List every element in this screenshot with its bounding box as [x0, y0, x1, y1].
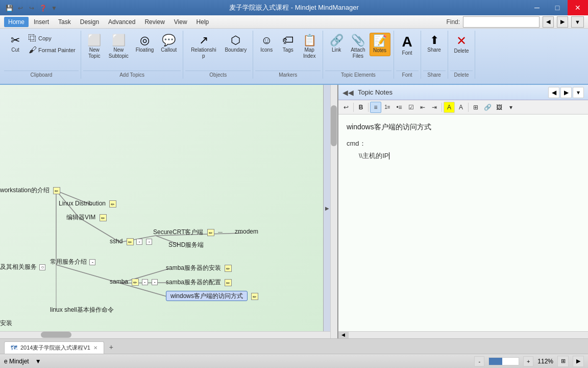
notes-link-btn[interactable]: 🔗: [482, 102, 493, 113]
notes-align-btn[interactable]: ≡: [370, 102, 381, 113]
minimize-button[interactable]: ─: [527, 0, 547, 15]
node-samba-icon[interactable]: ✏: [132, 279, 139, 286]
notes-nav-next[interactable]: ▶: [560, 87, 572, 98]
callout-button[interactable]: 💬 Callout: [158, 33, 180, 55]
cut-button[interactable]: ✂ Cut: [5, 33, 26, 55]
qt-down[interactable]: ▼: [49, 3, 59, 13]
maximize-button[interactable]: □: [547, 0, 568, 15]
statusbar-dropdown[interactable]: ▼: [35, 358, 41, 365]
attach-files-button[interactable]: 📎 AttachFiles: [348, 33, 368, 61]
menu-help[interactable]: Help: [192, 17, 213, 27]
node-samba-config-text: samba服务器的配置: [166, 279, 221, 286]
menu-insert[interactable]: Insert: [30, 17, 53, 27]
zoom-out-button[interactable]: -: [474, 356, 484, 366]
notes-sep2: [368, 103, 369, 112]
link-button[interactable]: 🔗 Link: [326, 33, 347, 55]
find-prev-button[interactable]: ◀: [543, 16, 554, 28]
node-common-services-collapse[interactable]: -: [89, 259, 95, 265]
close-button[interactable]: ✕: [568, 0, 588, 15]
delete-button[interactable]: ✕ Delete: [451, 33, 472, 56]
notes-scrollbar-h[interactable]: ◀: [338, 331, 588, 338]
zoom-slider[interactable]: [488, 357, 519, 365]
view-options-button[interactable]: ▶: [573, 356, 584, 367]
notes-panel-header: ◀◀ Topic Notes ◀ ▶ ▾: [338, 85, 588, 100]
new-tab-button[interactable]: +: [105, 340, 117, 354]
notes-sep4: [468, 103, 469, 112]
node-linux-dist-icon[interactable]: ✏: [109, 200, 116, 208]
notes-indent-more-btn[interactable]: ⇥: [429, 102, 440, 113]
notes-table-btn[interactable]: ⊞: [470, 102, 481, 113]
qt-help[interactable]: ❓: [38, 3, 48, 13]
node-services-collapse[interactable]: ○: [39, 264, 45, 270]
mindmap-scrollbar-v[interactable]: [330, 85, 337, 338]
copy-button[interactable]: ⿻ Copy: [27, 33, 78, 44]
node-sshd-icon[interactable]: ✏: [127, 238, 134, 245]
tab-close-button[interactable]: ✕: [93, 345, 97, 351]
new-subtopic-label: NewSubtopic: [109, 47, 129, 59]
tab-main[interactable]: 🗺 2014麦子学院嵌入式课程V1 ✕: [4, 341, 104, 354]
zoom-level: 112%: [537, 358, 553, 365]
node-samba-install-icon[interactable]: ✏: [225, 265, 232, 272]
notes-more-btn[interactable]: ▾: [505, 102, 517, 113]
share-button[interactable]: ⬆ Share: [424, 33, 445, 55]
menu-task[interactable]: Task: [54, 17, 75, 27]
ribbon-group-topic-elements: 🔗 Link 📎 AttachFiles 📝 Notes Topic Eleme…: [323, 31, 394, 79]
notes-nav-prev[interactable]: ◀: [548, 87, 559, 98]
menu-advanced[interactable]: Advanced: [104, 17, 139, 27]
relationship-icon: ↗: [199, 35, 208, 46]
mindmap-scrollbar-h[interactable]: [0, 331, 330, 338]
notes-highlight-btn[interactable]: A: [444, 102, 455, 113]
notes-undo-btn[interactable]: ↩: [340, 102, 352, 113]
find-input[interactable]: [463, 16, 540, 28]
qt-redo[interactable]: ↪: [27, 3, 37, 13]
notes-fontcolor-btn[interactable]: A: [455, 102, 467, 113]
node-securecrt-icon[interactable]: ✏: [207, 229, 214, 236]
notes-scroll-left[interactable]: ◀: [338, 331, 349, 338]
notes-list-check-btn[interactable]: ☑: [405, 102, 416, 113]
menu-review[interactable]: Review: [140, 17, 168, 27]
node-samba-config-icon[interactable]: ✏: [225, 279, 232, 286]
node-windows-access-topic[interactable]: windows客户端的访问方式: [166, 291, 248, 301]
floating-button[interactable]: ◎ Floating: [133, 33, 157, 55]
menu-design[interactable]: Design: [76, 17, 103, 27]
mindmap-area[interactable]: workstation的介绍 ✏ Linux Distribution ✏ 编辑…: [0, 85, 338, 338]
notes-button[interactable]: 📝 Notes: [370, 33, 390, 56]
menu-view[interactable]: View: [170, 17, 191, 27]
notes-list-bullet-btn[interactable]: •≡: [394, 102, 405, 113]
fit-page-button[interactable]: ⊞: [557, 356, 569, 367]
zoom-in-button[interactable]: +: [523, 356, 533, 366]
notes-panel-collapse-icon[interactable]: ◀◀: [342, 88, 354, 97]
boundary-button[interactable]: ⬡ Boundary: [222, 33, 250, 55]
node-samba-expand[interactable]: -: [152, 279, 158, 285]
notes-content-area[interactable]: windows客户端的访问方式 cmd： \\主机的IP: [338, 114, 588, 331]
notes-bold-btn[interactable]: B: [355, 102, 366, 113]
format-painter-button[interactable]: 🖌 Format Painter: [27, 44, 78, 56]
icons-button[interactable]: ☺ Icons: [256, 33, 277, 55]
new-subtopic-button[interactable]: ⬜ NewSubtopic: [106, 33, 132, 61]
font-button[interactable]: A Font: [397, 33, 418, 58]
relationship-button[interactable]: ↗ Relationship: [186, 33, 220, 61]
node-workstation-icon[interactable]: ✏: [53, 187, 60, 194]
qt-save[interactable]: 💾: [4, 3, 14, 13]
node-samba-collapse[interactable]: -: [142, 279, 148, 285]
tags-label: Tags: [283, 47, 293, 53]
mindmap-scrollthumb-v[interactable]: [331, 105, 337, 146]
node-vim-icon[interactable]: ✏: [100, 214, 107, 221]
notes-image-btn[interactable]: 🖼: [494, 102, 505, 113]
tags-button[interactable]: 🏷 Tags: [278, 33, 298, 55]
notes-icon: 📝: [373, 35, 387, 47]
qt-undo[interactable]: ↩: [15, 3, 26, 13]
notes-list-num-btn[interactable]: 1≡: [382, 102, 393, 113]
mindmap-scrollthumb-h[interactable]: [41, 332, 71, 338]
node-sshd-collapse[interactable]: -: [136, 239, 142, 245]
mindmap-collapse-panel-button[interactable]: ▶: [323, 85, 330, 331]
map-index-button[interactable]: 📋 MapIndex: [299, 33, 320, 61]
notes-indent-less-btn[interactable]: ⇤: [417, 102, 428, 113]
new-topic-button[interactable]: ⬜ NewTopic: [84, 33, 105, 61]
find-next-button[interactable]: ▶: [557, 16, 568, 28]
find-options-button[interactable]: ▼: [571, 16, 584, 28]
node-windows-access-icon[interactable]: ✏: [251, 293, 258, 300]
notes-nav-more[interactable]: ▾: [573, 87, 584, 98]
node-sshd-expand[interactable]: -: [146, 239, 152, 245]
menu-home[interactable]: Home: [4, 17, 29, 27]
